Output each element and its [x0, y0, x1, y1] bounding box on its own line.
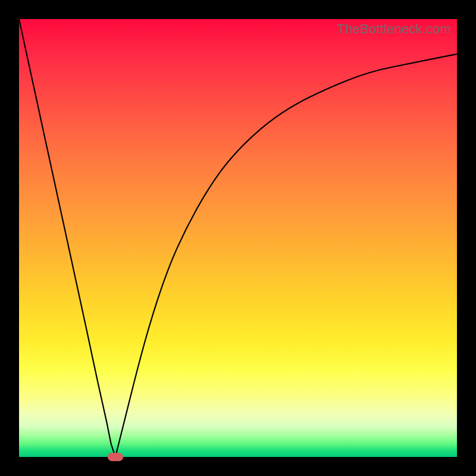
curve-path	[19, 19, 457, 457]
chart-frame: TheBottleneck.com	[0, 0, 476, 476]
vertex-marker	[108, 453, 123, 461]
bottleneck-curve	[19, 19, 457, 457]
plot-area: TheBottleneck.com	[19, 19, 457, 457]
